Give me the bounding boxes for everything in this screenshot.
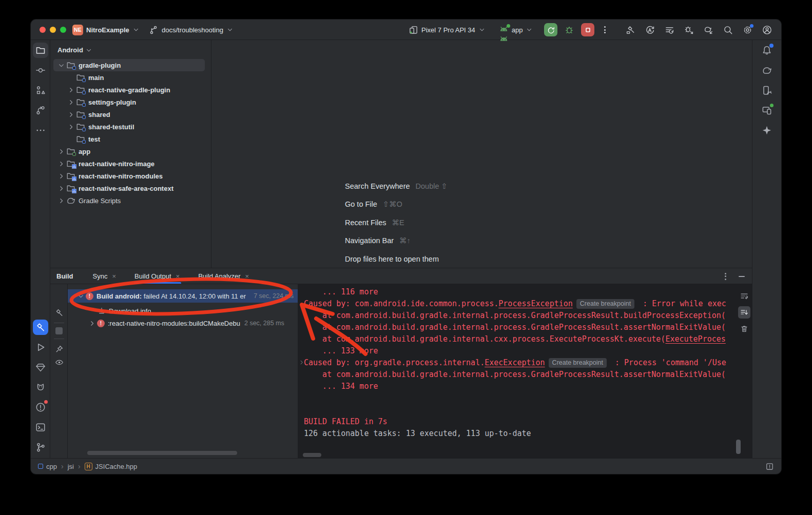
tool-stripe-pull-requests-icon[interactable]	[33, 103, 48, 118]
tool-stripe-logcat-icon[interactable]	[33, 380, 48, 395]
tool-stripe-run-icon[interactable]	[33, 340, 48, 355]
project-tree-item-react-native-safe-area-context[interactable]: react-native-safe-area-context	[50, 182, 211, 194]
console-text: : Error while exec	[638, 299, 726, 308]
branch-name: docs/troubleshooting	[162, 26, 223, 34]
breadcrumb-item[interactable]: jsi	[68, 463, 74, 470]
search-icon[interactable]	[723, 25, 733, 35]
minimize-button[interactable]	[50, 27, 56, 33]
restart-build-icon[interactable]	[52, 306, 66, 319]
attach-debugger-icon[interactable]	[684, 25, 694, 35]
chevron-right-icon[interactable]	[67, 110, 76, 118]
tool-stripe-build-icon[interactable]	[33, 320, 48, 335]
tab-build-output[interactable]: Build Output×	[134, 268, 180, 284]
scroll-to-end-icon[interactable]	[738, 306, 750, 319]
soft-wrap-icon[interactable]	[738, 290, 750, 302]
tab-build-analyzer[interactable]: Build Analyzer×	[198, 268, 249, 284]
device-selector[interactable]: Pixel 7 Pro API 34	[409, 19, 486, 40]
chevron-right-icon[interactable]	[57, 184, 66, 192]
chevron-right-icon[interactable]	[57, 172, 66, 180]
project-tree-item-shared-testutil[interactable]: shared-testutil	[50, 121, 211, 133]
report-icon[interactable]	[765, 459, 774, 474]
project-tree-item-react-native-gradle-plugin[interactable]: react-native-gradle-plugin	[50, 84, 211, 96]
build-header: Build Sync×Build Output×Build Analyzer×	[50, 268, 752, 284]
tool-stripe-version-control-icon[interactable]	[33, 440, 48, 455]
chevron-right-icon[interactable]	[88, 320, 97, 327]
tab-sync[interactable]: Sync×	[93, 268, 117, 284]
build-tree-row[interactable]: Download info	[68, 305, 298, 317]
build-project-icon[interactable]	[626, 25, 635, 35]
create-breakpoint-badge[interactable]: Create breakpoint	[576, 299, 634, 309]
breadcrumb-item[interactable]: cpp	[38, 463, 57, 470]
chevron-down-icon[interactable]	[57, 61, 66, 69]
project-tree-item-react-native-nitro-image[interactable]: react-native-nitro-image	[50, 157, 211, 170]
clear-all-icon[interactable]	[738, 323, 750, 335]
tool-stripe-device-manager-icon[interactable]	[759, 83, 775, 98]
project-widget[interactable]: NE NitroExample	[72, 19, 140, 40]
tool-stripe-notifications-icon[interactable]	[759, 43, 775, 58]
shortcut-keys: ⌘↑	[399, 236, 411, 245]
pin-tab-icon[interactable]	[52, 342, 66, 355]
console-text: Caused by: com.android.ide.common.proces…	[304, 299, 498, 308]
stop-build-icon[interactable]	[55, 327, 63, 334]
build-options-icon[interactable]	[723, 271, 728, 282]
close-button[interactable]	[40, 27, 46, 33]
exception-link[interactable]: ProcessException	[498, 299, 573, 308]
exception-link[interactable]: ExecuteProces	[665, 334, 725, 344]
fold-chevron-icon[interactable]	[298, 359, 305, 366]
project-tree-item-main[interactable]: main	[50, 71, 211, 84]
run-config-selector[interactable]: app	[499, 19, 533, 40]
horizontal-scrollbar[interactable]	[87, 451, 237, 455]
stop-button[interactable]	[581, 23, 594, 36]
tool-stripe-gradle-icon[interactable]	[759, 63, 775, 78]
project-tree-item-shared[interactable]: shared	[50, 108, 211, 121]
horizontal-scrollbar[interactable]	[303, 453, 321, 457]
close-tab-icon[interactable]: ×	[112, 273, 116, 280]
rerun-tasks-icon[interactable]	[665, 25, 674, 35]
vertical-scrollbar[interactable]	[736, 440, 741, 454]
more-actions-icon[interactable]	[602, 24, 608, 35]
close-tab-icon[interactable]: ×	[245, 273, 249, 280]
gradle-sync-icon[interactable]	[704, 25, 713, 35]
view-options-icon[interactable]	[52, 355, 66, 369]
chevron-right-icon[interactable]	[57, 196, 66, 205]
tool-stripe-gemini-icon[interactable]	[759, 123, 775, 138]
module-icon	[38, 464, 43, 469]
chevron-right-icon[interactable]	[67, 86, 76, 94]
project-tree-item-react-native-nitro-modules[interactable]: react-native-nitro-modules	[50, 170, 211, 182]
chevron-right-icon[interactable]	[57, 160, 66, 168]
hide-tool-window-icon[interactable]	[739, 276, 745, 277]
project-tree-item-gradle-plugin[interactable]: gradle-plugin	[50, 59, 211, 71]
console-text: BUILD FAILED in 7s	[304, 417, 388, 426]
maximize-button[interactable]	[60, 27, 66, 33]
tool-stripe-terminal-icon[interactable]	[33, 420, 48, 435]
project-view-selector[interactable]: Android	[50, 40, 211, 59]
build-tree-row[interactable]: !:react-native-nitro-modules:buildCMakeD…	[68, 317, 298, 329]
breadcrumb-item[interactable]: HJSICache.hpp	[85, 463, 138, 470]
chevron-right-icon[interactable]	[67, 98, 76, 106]
project-tree-item-gradle-scripts[interactable]: Gradle Scripts	[50, 194, 211, 207]
project-tree-item-settings-plugin[interactable]: settings-plugin	[50, 96, 211, 108]
tool-stripe-structure-icon[interactable]	[33, 83, 48, 98]
tool-stripe-problems-icon[interactable]	[33, 400, 48, 415]
exception-link[interactable]: ExecException	[485, 358, 545, 367]
project-tree-item-test[interactable]: test	[50, 133, 211, 145]
console-line: ... 116 more	[298, 286, 752, 298]
project-tree-item-app[interactable]: app	[50, 145, 211, 157]
account-icon[interactable]	[762, 25, 772, 35]
chevron-right-icon[interactable]	[57, 147, 66, 155]
chevron-down-icon[interactable]	[77, 292, 86, 300]
settings-icon[interactable]	[743, 25, 752, 35]
debug-button[interactable]	[564, 25, 574, 35]
chevron-right-icon[interactable]	[67, 123, 76, 131]
tool-stripe-running-devices-icon[interactable]	[759, 103, 775, 118]
tool-stripe-commit-icon[interactable]	[33, 63, 48, 78]
create-breakpoint-badge[interactable]: Create breakpoint	[549, 358, 607, 368]
close-tab-icon[interactable]: ×	[176, 273, 180, 280]
branch-widget[interactable]: docs/troubleshooting	[149, 19, 234, 40]
tool-stripe-more-tool-windows-icon[interactable]	[33, 123, 48, 138]
apply-changes-icon[interactable]	[645, 25, 655, 35]
tool-stripe-app-quality-insights-icon[interactable]	[33, 360, 48, 375]
build-tree-row[interactable]: !Build android: failed At 14.10.24, 12:0…	[68, 289, 298, 303]
rerun-button[interactable]	[544, 23, 557, 36]
tool-stripe-project-icon[interactable]	[33, 43, 48, 58]
